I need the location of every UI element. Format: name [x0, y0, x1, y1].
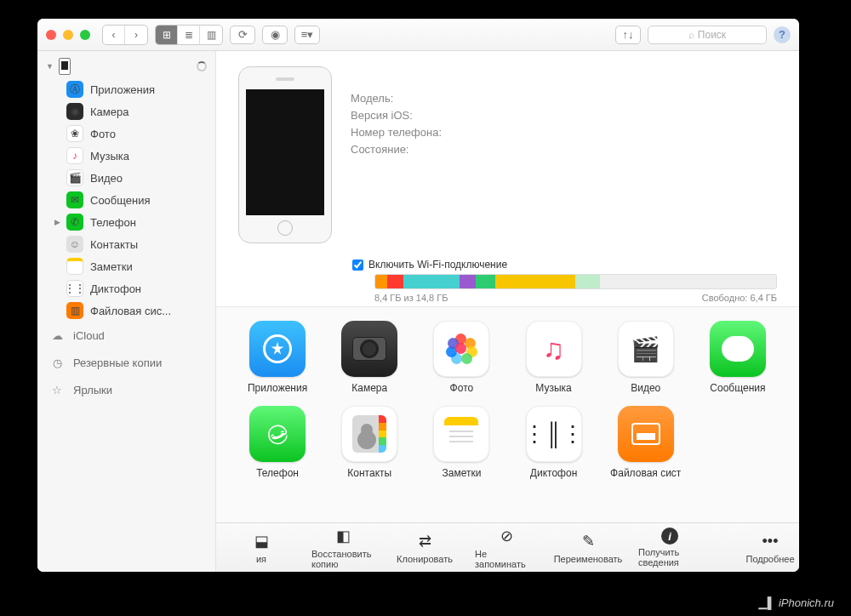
ios-version-label: Версия iOS: [351, 107, 777, 124]
view-grid-button[interactable]: ⊞ [156, 26, 178, 44]
music-icon: ♪ [66, 147, 83, 164]
titlebar: ‹ › ⊞ ≣ ▥ ⟳ ◉ ≡▾ ↑↓ ⌕ Поиск ? [37, 19, 799, 51]
device-info: Модель: Версия iOS: Номер телефона: Сост… [216, 51, 799, 252]
pencil-icon: ✎ [578, 531, 598, 551]
sidebar-item-voice[interactable]: ⋮⋮Диктофон [37, 277, 215, 299]
phone-number-label: Номер телефона: [351, 124, 777, 141]
storage-segment [600, 275, 776, 288]
tool-label: Получить сведения [638, 547, 701, 568]
preview-button[interactable]: ◉ [262, 26, 288, 44]
sidebar-item-label: Телефон [90, 216, 136, 229]
app-label: Телефон [256, 467, 299, 479]
app-contacts[interactable]: Контакты [327, 406, 412, 479]
app-photos[interactable]: Фото [419, 321, 504, 394]
bottom-toolbar: ⬓ия ◧Восстановить копию ⇄Клонировать ⊘Не… [216, 522, 799, 572]
search-input[interactable]: ⌕ Поиск [648, 26, 767, 44]
app-label: Фото [450, 382, 474, 394]
sort-button[interactable]: ≡▾ [294, 26, 320, 44]
app-video[interactable]: 🎬Видео [603, 321, 688, 394]
transfer-button[interactable]: ↑↓ [615, 26, 641, 44]
sidebar-item-label: Видео [90, 172, 123, 185]
sidebar-section-icloud[interactable]: ☁iCloud [37, 322, 215, 349]
sidebar-section-shortcuts[interactable]: ☆Ярлыки [37, 376, 215, 403]
app-voice[interactable]: ⋮║⋮Диктофон [511, 406, 596, 479]
minimize-window-button[interactable] [63, 30, 73, 40]
sidebar-item-label: Контакты [90, 238, 138, 251]
view-columns-button[interactable]: ▥ [200, 26, 222, 44]
wifi-checkbox[interactable] [352, 260, 363, 271]
tool-partial[interactable]: ⬓ия [230, 531, 293, 564]
app-music[interactable]: ♫Музыка [511, 321, 596, 394]
storage-segment [403, 275, 460, 288]
sidebar-item-messages[interactable]: ✉Сообщения [37, 189, 215, 211]
info-icon: i [661, 528, 678, 545]
close-window-button[interactable] [46, 30, 56, 40]
photos-icon: ❀ [66, 125, 83, 142]
app-label: Камера [351, 382, 387, 394]
sidebar-section-label: Резервные копии [73, 356, 162, 369]
help-button[interactable]: ? [774, 26, 791, 43]
sidebar-item-camera[interactable]: ◉Камера [37, 100, 215, 123]
nav-back-forward: ‹ › [102, 25, 148, 45]
reload-button[interactable]: ⟳ [230, 26, 255, 44]
tool-label: Клонировать [397, 554, 453, 564]
app-label: Видео [631, 382, 660, 394]
zoom-window-button[interactable] [80, 30, 90, 40]
video-icon: 🎬 [66, 169, 83, 186]
app-phone[interactable]: ✆Телефон [235, 406, 320, 479]
app-label: Сообщения [710, 382, 765, 394]
app-camera[interactable]: Камера [327, 321, 412, 394]
sidebar-item-phone[interactable]: ▶✆Телефон [37, 211, 215, 233]
clock-icon: ◷ [49, 355, 65, 370]
sidebar-item-photos[interactable]: ❀Фото [37, 123, 215, 145]
sidebar-item-music[interactable]: ♪Музыка [37, 145, 215, 167]
app-messages[interactable]: Сообщения [695, 321, 780, 394]
app-files[interactable]: Файловая сист [603, 406, 688, 479]
files-icon: ▥ [66, 302, 83, 319]
app-label: Музыка [535, 382, 571, 394]
app-notes[interactable]: Заметки [419, 406, 504, 479]
view-list-button[interactable]: ≣ [178, 26, 200, 44]
traffic-lights [46, 30, 90, 40]
sidebar-device-row[interactable]: ▼ [37, 54, 215, 78]
apps-grid-wrapper: ПриложенияКамераФото♫Музыка🎬ВидеоСообщен… [216, 306, 799, 522]
wifi-label: Включить Wi-Fi-подключение [368, 259, 507, 271]
sidebar-item-video[interactable]: 🎬Видео [37, 167, 215, 189]
tool-forget[interactable]: ⊘Не запоминать [475, 526, 538, 569]
app-label: Контакты [347, 467, 391, 479]
tool-get-info[interactable]: iПолучить сведения [638, 528, 701, 568]
sidebar-item-notes[interactable]: Заметки [37, 255, 215, 277]
messages-icon: ✉ [66, 191, 83, 208]
nav-back-button[interactable]: ‹ [103, 26, 125, 44]
app-apps[interactable]: Приложения [235, 321, 320, 394]
tool-more[interactable]: •••Подробнее [739, 531, 799, 564]
main-pane: Модель: Версия iOS: Номер телефона: Сост… [216, 51, 799, 572]
device-image [238, 66, 332, 243]
sidebar-section-backups[interactable]: ◷Резервные копии [37, 349, 215, 376]
sidebar-item-contacts[interactable]: ☺Контакты [37, 233, 215, 255]
storage-free-label: Свободно: 6,4 ГБ [702, 293, 777, 303]
nav-forward-button[interactable]: › [125, 26, 147, 44]
sidebar-item-label: Диктофон [90, 282, 141, 295]
sidebar-item-apps[interactable]: ⒶПриложения [37, 78, 215, 100]
app-label: Файловая сист [610, 467, 681, 479]
sidebar-item-label: Камера [90, 106, 129, 118]
tool-rename[interactable]: ✎Переименовать [557, 531, 620, 564]
tool-clone[interactable]: ⇄Клонировать [393, 531, 456, 564]
sidebar-item-label: Фото [90, 128, 116, 140]
box-icon: ⬓ [251, 531, 271, 551]
cloud-icon: ☁ [49, 328, 65, 343]
sidebar-section-label: iCloud [73, 329, 105, 342]
appstore-icon: Ⓐ [66, 81, 83, 98]
phone-icon: ✆ [66, 214, 83, 231]
tool-label: ия [256, 554, 266, 564]
search-icon: ⌕ [688, 29, 694, 41]
device-icon [59, 58, 71, 75]
camera-icon: ◉ [66, 103, 83, 120]
watermark: ▁▌iPhonich.ru [759, 596, 834, 609]
loading-spinner-icon [197, 61, 207, 71]
sidebar-item-files[interactable]: ▥Файловая сис... [37, 299, 215, 322]
sidebar-item-label: Заметки [90, 260, 133, 273]
sidebar-item-label: Приложения [90, 83, 155, 96]
tool-restore-backup[interactable]: ◧Восстановить копию [311, 526, 374, 569]
